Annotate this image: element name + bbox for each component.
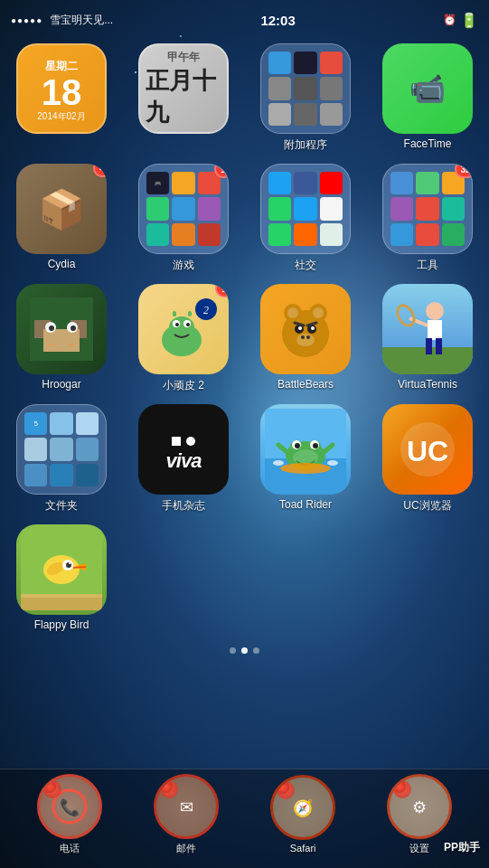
time-display: 12:03 (260, 13, 295, 28)
svg-rect-50 (173, 311, 176, 316)
games-mini-1: 🎮 (146, 172, 169, 194)
tools-grid (383, 165, 472, 253)
app-row-5: Flappy Bird (11, 524, 478, 631)
social-mini-2 (294, 172, 316, 194)
home-screen: 星期二 18 2014年02月 甲午年 正月十九 (0, 40, 489, 631)
app-cydia[interactable]: 4 📦 Cydia (11, 164, 112, 273)
games-mini-2 (172, 172, 194, 194)
svg-line-97 (73, 567, 86, 568)
uc-visual: UC (382, 404, 473, 495)
games-grid: 🎮 (139, 165, 228, 253)
tools-mini-7 (390, 223, 413, 246)
files-mini-7 (24, 464, 47, 486)
app-calendar-cn[interactable]: 甲午年 正月十九 (133, 43, 234, 153)
virtua-tennis-label: VirtuaTennis (398, 378, 457, 391)
games-mini-7 (146, 223, 169, 246)
svg-point-72 (394, 303, 418, 329)
files-mini-4 (24, 438, 47, 460)
tools-mini-5 (416, 197, 438, 220)
files-mini-1: 5 (24, 412, 47, 435)
svg-point-62 (301, 335, 305, 339)
social-mini-7 (268, 223, 291, 246)
toad-rider-icon (260, 404, 351, 495)
svg-rect-35 (43, 329, 80, 352)
cydia-badge: 4 (93, 164, 107, 177)
app-files[interactable]: 5 文件夹 (11, 404, 112, 514)
svg-point-56 (313, 307, 324, 318)
dock-phone[interactable]: 📞 电话 (37, 774, 102, 855)
svg-point-60 (311, 326, 315, 330)
games-mini-4 (146, 197, 169, 220)
tools-mini-1 (390, 172, 413, 194)
mini-app-6 (320, 77, 343, 99)
calendar-today-icon: 星期二 18 2014年02月 (16, 43, 107, 134)
social-mini-9 (320, 223, 343, 246)
xiaotupi-icon: 1 2 (138, 284, 229, 374)
files-mini-5 (50, 438, 72, 460)
app-tools-folder[interactable]: 32 工具 (377, 164, 478, 273)
social-mini-8 (294, 223, 316, 246)
svg-rect-99 (21, 594, 102, 598)
flappy-bird-label: Flappy Bird (34, 618, 89, 631)
alarm-icon: ⏰ (443, 14, 456, 26)
social-label: 社交 (295, 258, 316, 273)
viva-dot-1 (172, 437, 181, 446)
svg-rect-98 (21, 596, 102, 610)
tools-mini-6 (442, 197, 465, 220)
social-mini-6 (320, 197, 343, 220)
files-icon: 5 (16, 404, 107, 495)
page-dot-2 (241, 647, 248, 654)
social-mini-5 (294, 197, 316, 220)
files-mini-9 (76, 464, 99, 486)
app-viva[interactable]: viva 手机杂志 (133, 404, 234, 514)
page-dot-1 (230, 647, 236, 654)
mini-app-5 (294, 77, 316, 99)
svg-point-95 (69, 562, 71, 564)
cydia-icon: 4 📦 (16, 164, 107, 254)
flappy-bird-icon (16, 524, 107, 615)
cydia-symbol: 📦 (38, 187, 85, 231)
fujia-label: 附加程序 (284, 137, 327, 153)
svg-point-80 (295, 443, 300, 448)
files-mini-2 (50, 412, 72, 435)
viva-icon: viva (138, 404, 229, 495)
xiaotupi-visual: 2 (138, 284, 229, 374)
app-toad-rider[interactable]: Toad Rider (255, 404, 356, 514)
app-games-folder[interactable]: 1 🎮 游戏 (133, 164, 234, 273)
dock-mail[interactable]: ✉ 邮件 (154, 774, 219, 855)
heart-badge-phone (43, 780, 56, 793)
dock-phone-label: 电话 (60, 842, 80, 855)
app-calendar-today[interactable]: 星期二 18 2014年02月 (11, 43, 112, 153)
tools-mini-9 (442, 223, 465, 246)
battlebears-visual (260, 284, 351, 374)
tools-mini-8 (416, 223, 438, 246)
dock-safari[interactable]: 🧭 Safari (270, 775, 335, 854)
dock-settings[interactable]: ⚙ 设置 (387, 774, 452, 855)
app-social-folder[interactable]: 社交 (255, 164, 356, 273)
heart-badge-mail (160, 780, 173, 793)
dock-settings-label: 设置 (409, 842, 429, 855)
status-bar: ●●●●● 雪宝明天见... 12:03 ⏰ 🔋 (0, 0, 489, 40)
svg-text:2: 2 (203, 304, 209, 316)
app-facetime[interactable]: 📹 FaceTime (377, 43, 478, 153)
svg-point-39 (71, 326, 76, 331)
heart-badge-safari (277, 781, 289, 794)
app-fujia[interactable]: 附加程序 (255, 43, 356, 153)
svg-point-61 (296, 334, 315, 346)
svg-rect-69 (426, 338, 432, 354)
mini-app-3 (320, 52, 343, 74)
carrier-label: 雪宝明天见... (50, 13, 113, 28)
files-grid: 5 (17, 405, 106, 494)
mini-app-4 (268, 77, 291, 99)
svg-text:⚙: ⚙ (412, 798, 427, 816)
svg-point-49 (186, 323, 190, 326)
app-battlebears[interactable]: BattleBears (255, 284, 356, 393)
mini-app-9 (320, 103, 343, 126)
flappy-visual (16, 524, 107, 615)
app-flappy-bird[interactable]: Flappy Bird (11, 524, 112, 631)
app-xiaotupi[interactable]: 1 2 (133, 284, 234, 393)
app-virtua-tennis[interactable]: VirtuaTennis (377, 284, 478, 393)
app-uc[interactable]: UC UC浏览器 (377, 404, 478, 514)
files-mini-8 (50, 464, 72, 486)
app-hroogar[interactable]: Hroogar (11, 284, 112, 393)
